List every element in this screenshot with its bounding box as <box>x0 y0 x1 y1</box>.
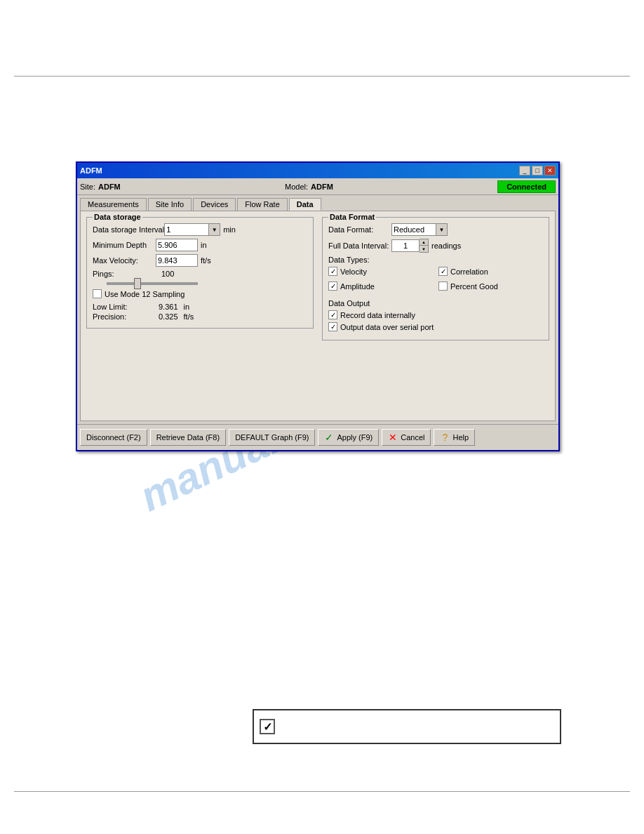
correlation-label: Correlation <box>450 267 488 276</box>
spinner-up-button[interactable]: ▲ <box>420 239 428 246</box>
interval-label: Data storage Interval <box>93 225 164 234</box>
record-internally-row: Record data internally <box>328 310 543 319</box>
max-velocity-unit: ft/s <box>201 256 211 265</box>
use-mode-checkbox[interactable] <box>93 289 102 298</box>
use-mode-label: Use Mode 12 Sampling <box>105 290 185 298</box>
spinner-down-button[interactable]: ▼ <box>420 246 428 252</box>
question-icon: ? <box>440 432 450 442</box>
content-area: Data storage Data storage Interval 1 ▼ m… <box>80 211 556 421</box>
interval-select[interactable]: 1 ▼ <box>164 223 220 236</box>
x-icon: ✕ <box>388 432 398 442</box>
tab-bar: Measurements Site Info Devices Flow Rate… <box>77 195 558 211</box>
menu-bar: Site: ADFM Model: ADFM Connected <box>77 178 558 195</box>
full-data-interval-unit: readings <box>431 241 461 250</box>
right-panel: Data Format Data Format: Reduced ▼ Full … <box>322 217 549 415</box>
data-types-row: Data Types: <box>328 256 543 264</box>
max-velocity-input[interactable] <box>156 254 198 267</box>
min-depth-input[interactable] <box>156 239 198 251</box>
model-label: Model: <box>285 183 308 191</box>
checkbox-preview <box>253 709 561 744</box>
data-format-row: Data Format: Reduced ▼ <box>328 223 543 236</box>
page-divider-top <box>14 76 630 77</box>
tab-measurements[interactable]: Measurements <box>80 198 147 211</box>
maximize-button[interactable]: □ <box>532 166 543 176</box>
slider-area <box>93 282 307 285</box>
data-output-title: Data Output <box>328 299 391 307</box>
disconnect-button[interactable]: Disconnect (F2) <box>80 429 147 446</box>
tab-devices[interactable]: Devices <box>193 198 236 211</box>
help-button[interactable]: ? Help <box>434 429 475 446</box>
full-data-interval-label: Full Data Interval: <box>328 241 391 250</box>
spinner-buttons: ▲ ▼ <box>420 239 429 253</box>
data-format-title: Data Format <box>328 213 376 221</box>
output-serial-row: Output data over serial port <box>328 322 543 331</box>
slider-thumb[interactable] <box>134 278 141 289</box>
max-velocity-row: Max Velocity: ft/s <box>93 254 307 267</box>
button-bar: Disconnect (F2) Retrieve Data (F8) DEFAU… <box>77 424 558 450</box>
percent-good-label: Percent Good <box>450 282 498 291</box>
apply-button[interactable]: ✓ Apply (F9) <box>318 429 379 446</box>
data-storage-group: Data storage Data storage Interval 1 ▼ m… <box>86 217 314 329</box>
record-internally-label: Record data internally <box>340 311 415 319</box>
pings-value: 100 <box>161 270 174 278</box>
interval-arrow-icon: ▼ <box>208 224 220 235</box>
tab-data[interactable]: Data <box>289 198 321 211</box>
data-format-select[interactable]: Reduced ▼ <box>391 223 448 236</box>
model-section: Model: ADFM <box>285 183 333 191</box>
pings-label: Pings: <box>93 270 156 278</box>
retrieve-data-button[interactable]: Retrieve Data (F8) <box>150 429 226 446</box>
data-output-row: Data Output <box>328 299 543 307</box>
pings-row: Pings: 100 <box>93 270 307 278</box>
velocity-checkbox[interactable] <box>328 267 337 276</box>
tab-flow-rate[interactable]: Flow Rate <box>237 198 288 211</box>
site-value: ADFM <box>98 183 121 191</box>
velocity-label: Velocity <box>340 267 367 276</box>
low-limit-unit: in <box>184 303 190 311</box>
correlation-row: Correlation <box>438 267 543 276</box>
record-internally-checkbox[interactable] <box>328 310 337 319</box>
interval-unit: min <box>223 225 236 234</box>
title-bar: ADFM _ □ ✕ <box>77 163 558 178</box>
precision-label: Precision: <box>93 312 156 321</box>
data-storage-title: Data storage <box>93 213 142 221</box>
output-serial-checkbox[interactable] <box>328 322 337 331</box>
close-button[interactable]: ✕ <box>544 166 556 176</box>
full-data-interval-input[interactable] <box>391 239 420 252</box>
precision-value: 0.325 <box>159 312 178 321</box>
model-value: ADFM <box>311 183 333 191</box>
correlation-checkbox[interactable] <box>438 267 448 276</box>
precision-unit: ft/s <box>184 312 194 321</box>
amplitude-row: Amplitude <box>328 282 433 291</box>
percent-good-checkbox[interactable] <box>438 282 448 291</box>
use-mode-row: Use Mode 12 Sampling <box>93 289 307 298</box>
big-checkbox[interactable] <box>260 719 275 734</box>
low-limit-row: Low Limit: 9.361 in <box>93 303 307 311</box>
title-bar-buttons: _ □ ✕ <box>519 166 556 176</box>
full-data-interval-spinner: ▲ ▼ <box>391 239 429 253</box>
default-graph-button[interactable]: DEFAULT Graph (F9) <box>229 429 315 446</box>
min-depth-label: Minimum Depth <box>93 241 156 249</box>
minimize-button[interactable]: _ <box>519 166 530 176</box>
data-types-title: Data Types: <box>328 256 391 264</box>
data-format-group: Data Format Data Format: Reduced ▼ Full … <box>322 217 549 340</box>
amplitude-checkbox[interactable] <box>328 282 337 291</box>
slider-track[interactable] <box>107 282 198 285</box>
site-label: Site: <box>80 183 95 191</box>
precision-row: Precision: 0.325 ft/s <box>93 312 307 321</box>
velocity-row: Velocity <box>328 267 433 276</box>
min-depth-row: Minimum Depth in <box>93 239 307 251</box>
data-format-arrow-icon: ▼ <box>436 224 447 235</box>
tab-site-info[interactable]: Site Info <box>148 198 192 211</box>
left-panel: Data storage Data storage Interval 1 ▼ m… <box>86 217 314 415</box>
connected-badge: Connected <box>497 180 556 193</box>
max-velocity-label: Max Velocity: <box>93 256 156 265</box>
data-types-grid: Velocity Correlation Amplitude Percent G… <box>328 267 543 293</box>
percent-good-row: Percent Good <box>438 282 543 291</box>
full-data-interval-row: Full Data Interval: ▲ ▼ readings <box>328 239 543 253</box>
cancel-button[interactable]: ✕ Cancel <box>382 429 431 446</box>
site-section: Site: ADFM <box>80 183 121 191</box>
low-limit-label: Low Limit: <box>93 303 156 311</box>
amplitude-label: Amplitude <box>340 282 375 291</box>
output-serial-label: Output data over serial port <box>340 323 434 331</box>
data-format-label: Data Format: <box>328 225 391 234</box>
